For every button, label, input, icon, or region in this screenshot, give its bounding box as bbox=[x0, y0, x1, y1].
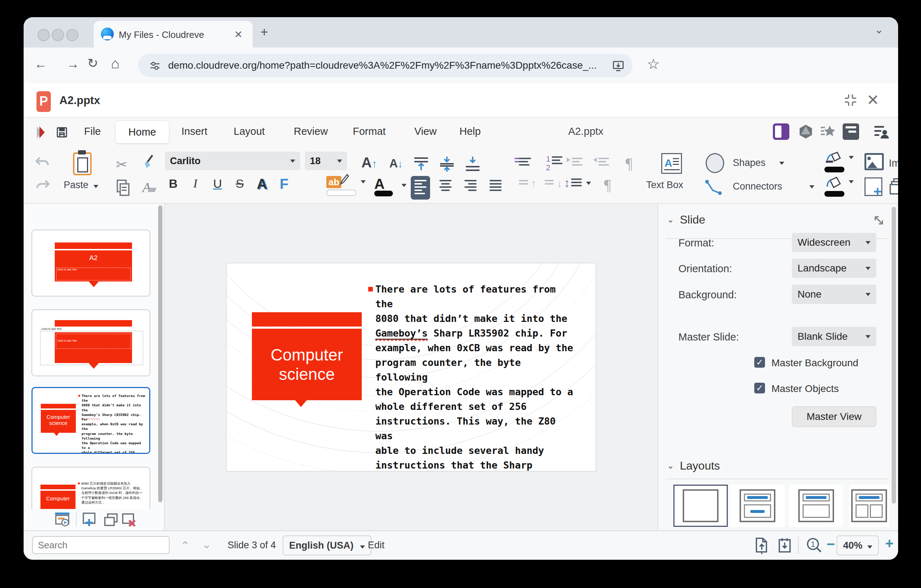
highlight-color-button[interactable]: ab bbox=[326, 177, 341, 188]
copy-icon[interactable] bbox=[115, 179, 132, 197]
clear-style-icon[interactable]: A bbox=[142, 180, 156, 195]
align-bottom-icon[interactable] bbox=[464, 156, 482, 172]
layout-option-title-subtitle[interactable] bbox=[730, 485, 785, 527]
shapes-icon[interactable] bbox=[706, 153, 724, 173]
layout-option-title-content[interactable] bbox=[789, 485, 843, 527]
align-center-button[interactable] bbox=[439, 178, 452, 194]
theme-panel-icon[interactable] bbox=[773, 123, 789, 140]
strikethrough-button[interactable]: S bbox=[231, 177, 248, 191]
add-slide-icon[interactable]: + bbox=[864, 177, 882, 196]
shape-outline-color-button[interactable] bbox=[824, 152, 845, 172]
slide-thumbnail-3-selected[interactable]: Computerscience There are lots of featur… bbox=[31, 387, 150, 454]
favorites-star-plugin-icon[interactable] bbox=[820, 123, 836, 140]
align-justify-button[interactable] bbox=[490, 178, 502, 194]
tab-search-chevron-icon[interactable]: ⌄ bbox=[874, 24, 884, 35]
increase-indent-icon[interactable] bbox=[572, 156, 583, 169]
paste-label[interactable]: Paste bbox=[64, 180, 98, 191]
menu-help[interactable]: Help bbox=[459, 125, 481, 137]
line-spacing-button[interactable]: ↕ bbox=[571, 177, 582, 190]
move-paragraph-down-icon[interactable]: ↓ bbox=[545, 178, 554, 188]
master-view-button[interactable]: Master View bbox=[792, 406, 876, 427]
layout-option-blank-selected[interactable] bbox=[674, 485, 728, 527]
window-minimize-button[interactable] bbox=[52, 29, 64, 41]
shapes-caret-icon[interactable] bbox=[779, 162, 784, 165]
bullets-button[interactable] bbox=[519, 156, 531, 169]
menu-layout[interactable]: Layout bbox=[234, 125, 265, 137]
window-close-button[interactable] bbox=[37, 29, 50, 41]
slide-body-text[interactable]: There are lots of features from the 8080… bbox=[375, 282, 576, 471]
zoom-level-select[interactable]: 40% bbox=[836, 535, 879, 556]
slide-title-banner[interactable] bbox=[252, 312, 362, 326]
save-icon[interactable] bbox=[55, 125, 69, 139]
decrease-font-icon[interactable]: A↓ bbox=[389, 157, 403, 170]
format-select[interactable]: Widescreen bbox=[792, 233, 876, 252]
cut-icon[interactable]: ✂ bbox=[116, 157, 127, 172]
align-middle-icon[interactable] bbox=[438, 156, 456, 172]
fit-width-icon[interactable] bbox=[776, 537, 793, 555]
align-right-button[interactable] bbox=[464, 178, 477, 194]
back-icon[interactable]: ← bbox=[34, 58, 47, 70]
connectors-caret-icon[interactable] bbox=[809, 185, 814, 188]
reload-icon[interactable]: ↻ bbox=[87, 57, 98, 70]
hexagon-plugin-icon[interactable] bbox=[797, 123, 814, 140]
font-size-select[interactable]: 18 bbox=[305, 152, 347, 170]
text-box-label[interactable]: Text Box bbox=[646, 180, 683, 191]
shapes-label[interactable]: Shapes bbox=[733, 158, 766, 169]
master-objects-checkbox[interactable]: ✓ bbox=[754, 383, 765, 393]
zoom-out-button[interactable]: − bbox=[827, 536, 835, 552]
user-settings-icon[interactable] bbox=[873, 123, 890, 140]
menu-view[interactable]: View bbox=[414, 125, 436, 137]
paste-icon[interactable] bbox=[73, 153, 91, 175]
text-box-icon[interactable]: A bbox=[661, 153, 682, 174]
background-select[interactable]: None bbox=[792, 285, 876, 304]
zoom-in-button[interactable]: + bbox=[885, 535, 893, 552]
numbering-button[interactable]: 12 bbox=[547, 154, 563, 168]
paragraph-settings-icon[interactable]: ¶ bbox=[604, 176, 611, 194]
shape-fill-color-button[interactable] bbox=[824, 176, 845, 197]
duplicate-slide-button[interactable] bbox=[103, 512, 119, 528]
layouts-section-chevron-icon[interactable]: ⌄ bbox=[667, 461, 674, 471]
decrease-indent-icon[interactable] bbox=[598, 156, 609, 169]
image-icon[interactable] bbox=[864, 153, 884, 170]
master-slide-select[interactable]: Blank Slide bbox=[792, 327, 876, 346]
thumbnails-scrollbar[interactable] bbox=[158, 205, 163, 502]
italic-button[interactable]: I bbox=[187, 177, 203, 190]
insert-paragraph-icon[interactable]: ¶ bbox=[625, 154, 633, 173]
browser-tab[interactable]: My Files - Cloudreve ✕ bbox=[94, 21, 252, 47]
home-icon[interactable]: ⌂ bbox=[111, 56, 119, 70]
slide-thumbnail-1[interactable]: A2 Click to add Text bbox=[31, 230, 150, 297]
slide-section-chevron-icon[interactable]: ⌄ bbox=[667, 214, 674, 225]
font-color-button[interactable]: A bbox=[374, 176, 393, 197]
bookmark-star-icon[interactable]: ☆ bbox=[647, 57, 660, 71]
start-slideshow-icon[interactable] bbox=[54, 512, 71, 528]
connectors-icon[interactable] bbox=[704, 179, 724, 197]
menu-home-active[interactable]: Home bbox=[115, 120, 169, 143]
url-text[interactable]: demo.cloudreve.org/home?path=cloudreve%3… bbox=[168, 60, 597, 71]
slide-canvas[interactable]: Computerscience There are lots of featur… bbox=[226, 263, 596, 471]
language-select[interactable]: English (USA) bbox=[283, 535, 371, 556]
new-tab-button[interactable]: + bbox=[260, 26, 268, 39]
layout-option-two-content[interactable] bbox=[849, 485, 889, 527]
site-info-icon[interactable] bbox=[149, 60, 161, 72]
delete-slide-button[interactable] bbox=[120, 512, 137, 528]
slide-title-box[interactable]: Computerscience bbox=[252, 329, 362, 400]
install-app-icon[interactable] bbox=[612, 59, 625, 72]
onlyoffice-logo-icon[interactable] bbox=[33, 124, 49, 141]
master-background-checkbox[interactable]: ✓ bbox=[754, 357, 765, 368]
menu-file[interactable]: File bbox=[84, 125, 101, 137]
align-top-icon[interactable] bbox=[412, 156, 430, 172]
slide-thumbnail-2[interactable]: ▪Click to add Text Click to add Title bbox=[31, 309, 150, 376]
font-color-caret-icon[interactable] bbox=[402, 184, 407, 187]
find-previous-icon[interactable]: ⌃ bbox=[180, 539, 190, 552]
slide-layout-icon[interactable] bbox=[890, 177, 898, 196]
move-paragraph-up-icon[interactable]: ↑ bbox=[519, 178, 528, 188]
fit-slide-icon[interactable] bbox=[753, 537, 770, 555]
increase-font-icon[interactable]: A↑ bbox=[361, 154, 377, 171]
menu-review[interactable]: Review bbox=[294, 125, 328, 137]
find-next-icon[interactable]: ⌃ bbox=[202, 537, 212, 551]
menu-insert[interactable]: Insert bbox=[181, 125, 208, 137]
align-left-button[interactable] bbox=[411, 176, 430, 200]
forward-icon[interactable]: → bbox=[67, 58, 80, 70]
close-viewer-icon[interactable]: ✕ bbox=[867, 91, 879, 109]
add-slide-button[interactable] bbox=[81, 512, 98, 528]
